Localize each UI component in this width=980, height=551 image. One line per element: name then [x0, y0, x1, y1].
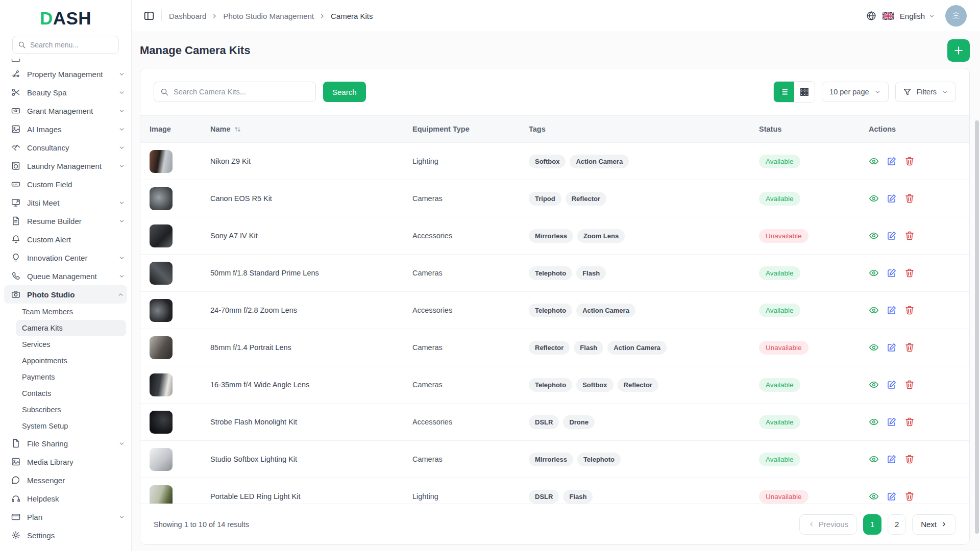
sidebar-item-grant-management[interactable]: Grant Management: [0, 102, 131, 120]
edit-button[interactable]: [887, 156, 897, 166]
eye-icon: [869, 193, 879, 204]
language-selector[interactable]: English: [900, 12, 935, 20]
delete-button[interactable]: [904, 193, 915, 204]
trash-icon: [904, 491, 915, 502]
view-button[interactable]: [869, 305, 879, 315]
sidebar-search-input[interactable]: [30, 41, 113, 49]
edit-button[interactable]: [887, 417, 897, 427]
image-icon: [11, 457, 20, 466]
kit-thumbnail: [150, 411, 173, 434]
eye-icon: [869, 417, 879, 427]
page-scrollbar[interactable]: [975, 34, 979, 549]
grid-view-button[interactable]: [794, 82, 815, 102]
sidebar-item-property-management[interactable]: Property Management: [0, 65, 131, 83]
page-2-button[interactable]: 2: [888, 514, 906, 535]
add-camera-kit-button[interactable]: [947, 39, 970, 62]
delete-button[interactable]: [904, 231, 915, 241]
view-button[interactable]: [869, 491, 879, 502]
sidebar-item-team-members[interactable]: Team Members: [16, 304, 126, 320]
list-view-button[interactable]: [774, 82, 794, 102]
delete-button[interactable]: [904, 156, 915, 166]
scrollbar-thumb[interactable]: [975, 120, 979, 534]
sidebar-item-contacts[interactable]: Contacts: [16, 385, 126, 402]
search-button[interactable]: Search: [323, 82, 366, 102]
sidebar-item-queue-management[interactable]: Queue Management: [0, 267, 131, 285]
delete-button[interactable]: [904, 268, 915, 278]
sidebar-item-helpdesk[interactable]: Helpdesk: [0, 489, 131, 508]
per-page-value: 10 per page: [829, 88, 869, 96]
view-button[interactable]: [869, 454, 879, 464]
view-button[interactable]: [869, 342, 879, 353]
credit-card-icon: [11, 512, 20, 521]
sidebar-item-appointments[interactable]: Appointments: [16, 353, 126, 369]
card-toolbar: Search 10 per page Filters: [140, 68, 969, 115]
image-icon: [11, 124, 20, 134]
sidebar-item-custom-alert[interactable]: Custom Alert: [0, 230, 131, 248]
sidebar-item-plan[interactable]: Plan: [0, 508, 131, 526]
view-button[interactable]: [869, 380, 879, 390]
previous-page-button[interactable]: Previous: [799, 514, 857, 535]
delete-button[interactable]: [904, 305, 915, 315]
trash-icon: [904, 193, 915, 204]
sidebar-toggle-icon[interactable]: [144, 11, 154, 21]
chevron-right-icon: [211, 13, 218, 19]
breadcrumb-dashboard[interactable]: Dashboard: [169, 12, 206, 20]
kit-name: 50mm f/1.8 Standard Prime Lens: [210, 269, 412, 277]
sidebar-item-beauty-spa[interactable]: Beauty Spa: [0, 83, 131, 102]
globe-icon[interactable]: [866, 11, 876, 21]
edit-button[interactable]: [887, 231, 897, 241]
status-badge: Available: [759, 415, 800, 429]
next-page-button[interactable]: Next: [912, 514, 956, 535]
sidebar-item-jitsi-meet[interactable]: Jitsi Meet: [0, 193, 131, 212]
delete-button[interactable]: [904, 454, 915, 464]
sidebar-item-innovation-center[interactable]: Innovation Center: [0, 248, 131, 267]
sidebar-item-payments[interactable]: Payments: [16, 369, 126, 385]
sidebar-item-messenger[interactable]: Messenger: [0, 471, 131, 489]
edit-button[interactable]: [887, 491, 897, 502]
sidebar-item-consultancy[interactable]: Consultancy: [0, 138, 131, 157]
kit-search-input[interactable]: [174, 88, 309, 96]
breadcrumb-photo-studio-management[interactable]: Photo Studio Management: [223, 12, 314, 20]
view-button[interactable]: [869, 231, 879, 241]
breadcrumb: Dashboard Photo Studio Management Camera…: [169, 12, 373, 20]
filters-button[interactable]: Filters: [895, 82, 956, 102]
view-button[interactable]: [869, 156, 879, 166]
edit-button[interactable]: [887, 342, 897, 353]
sidebar-item-subscribers[interactable]: Subscribers: [16, 402, 126, 418]
delete-button[interactable]: [904, 417, 915, 427]
edit-button[interactable]: [887, 193, 897, 204]
monitor-icon: [11, 198, 20, 207]
eye-icon: [869, 491, 879, 502]
kit-search-box[interactable]: [154, 82, 316, 102]
edit-button[interactable]: [887, 380, 897, 390]
view-button[interactable]: [869, 417, 879, 427]
chevron-down-icon: [118, 163, 125, 169]
sidebar-item-system-setup[interactable]: System Setup: [16, 418, 126, 434]
sidebar-item-ai-images[interactable]: AI Images: [0, 120, 131, 138]
sidebar-item-services[interactable]: Services: [16, 336, 126, 353]
sidebar-item-resume-builder[interactable]: Resume Builder: [0, 212, 131, 230]
delete-button[interactable]: [904, 380, 915, 390]
page-1-button[interactable]: 1: [863, 514, 881, 535]
app-logo: DASH: [0, 0, 131, 33]
sidebar-item-settings[interactable]: Settings: [0, 526, 131, 544]
kit-name: 85mm f/1.4 Portrait Lens: [210, 343, 412, 352]
delete-button[interactable]: [904, 491, 915, 502]
sidebar-item-camera-kits[interactable]: Camera Kits: [16, 320, 126, 336]
sidebar-item-file-sharing[interactable]: File Sharing: [0, 434, 131, 453]
col-name[interactable]: Name: [210, 125, 412, 133]
delete-button[interactable]: [904, 342, 915, 353]
per-page-select[interactable]: 10 per page: [822, 82, 888, 102]
sidebar-search[interactable]: [12, 36, 119, 54]
view-button[interactable]: [869, 268, 879, 278]
edit-button[interactable]: [887, 268, 897, 278]
avatar[interactable]: [945, 5, 967, 27]
edit-button[interactable]: [887, 454, 897, 464]
sidebar-item-photo-studio[interactable]: Photo Studio: [4, 285, 127, 304]
sidebar-item-media-library[interactable]: Media Library: [0, 453, 131, 471]
edit-button[interactable]: [887, 305, 897, 315]
sidebar-item-laundry-management[interactable]: Laundry Management: [0, 157, 131, 175]
sidebar-item-custom-field[interactable]: Custom Field: [0, 175, 131, 193]
view-button[interactable]: [869, 193, 879, 204]
table-row: Portable LED Ring Light Kit Lighting DSL…: [140, 478, 969, 504]
